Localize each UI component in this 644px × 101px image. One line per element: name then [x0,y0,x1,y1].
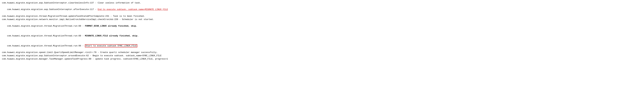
log-line-8: com.huawei.migrate.migration.speed.limit… [2,51,642,54]
log-line-6-prefix: com.huawei.migrate.migration.thread.Migr… [7,35,85,37]
log-line-5-prefix: com.huawei.migrate.migration.thread.Migr… [7,25,85,27]
log-line-6-highlight: MIGRATE_LINUX_FILE already finished, ski… [85,35,138,37]
log-line-3: com.huawei.migrate.migration.thread.Migr… [2,15,642,18]
log-line-2-prefix: com.huawei.migrate.migration.aop.Subtask… [7,8,98,11]
log-line-4: com.huawei.migrate.migration.network.mon… [2,18,642,21]
log-line-6: com.huawei.migrate.migration.thread.Migr… [2,31,642,41]
log-line-7-highlight: Start to execute subtask SYNC_LINUX_FILE [85,44,137,47]
log-line-7: com.huawei.migrate.migration.thread.Migr… [2,41,642,51]
log-container: com.huawei.migrate.migration.aop.Subtask… [2,1,642,61]
log-line-7-prefix: com.huawei.migrate.migration.thread.Migr… [7,45,85,47]
log-line-5-highlight: FORMAT_DISK_LINUX already finished, skip… [85,25,137,27]
log-line-1: com.huawei.migrate.migration.aop.Subtask… [2,1,642,5]
log-line-2: com.huawei.migrate.migration.aop.Subtask… [2,5,642,15]
log-line-9: com.huawei.migrate.migration.aop.Subtask… [2,54,642,57]
log-line-2-highlight: End to execute subtask. subtask_name=MIG… [98,8,168,11]
log-line-5: com.huawei.migrate.migration.thread.Migr… [2,21,642,31]
log-line-10: com.huawei.migrate.migration.manager.Tas… [2,57,642,61]
